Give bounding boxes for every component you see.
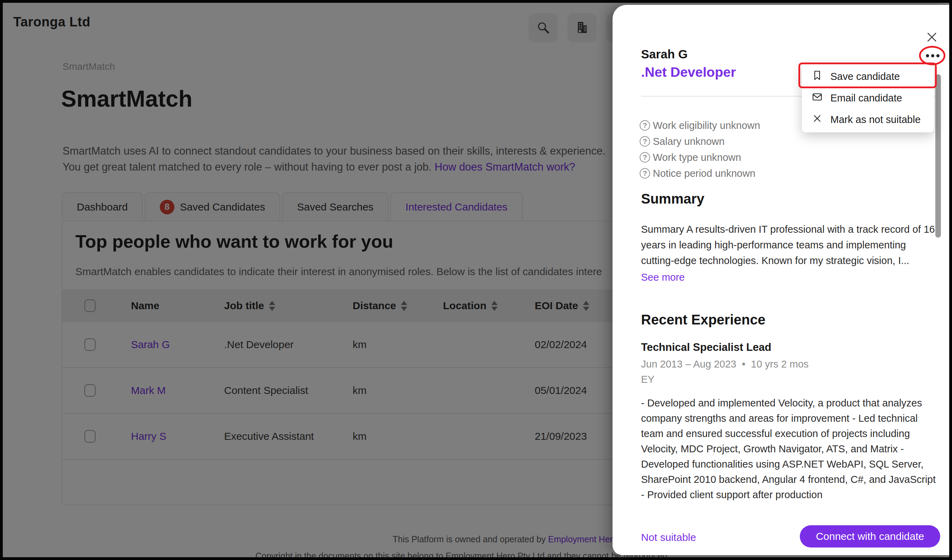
attribute-salary: ? Salary unknown bbox=[640, 133, 760, 150]
candidate-role: .Net Developer bbox=[641, 65, 736, 80]
menu-item-save-candidate[interactable]: Save candidate bbox=[802, 66, 934, 87]
attribute-work-eligibility: ? Work eligibility unknown bbox=[640, 117, 760, 133]
candidate-attributes: ? Work eligibility unknown ? Salary unkn… bbox=[640, 117, 760, 181]
question-icon: ? bbox=[640, 152, 650, 163]
experience-description: - Developed and implemented Velocity, a … bbox=[641, 395, 937, 502]
bullet-separator: • bbox=[742, 358, 745, 370]
ellipsis-icon bbox=[926, 54, 940, 57]
attribute-work-type: ? Work type unknown bbox=[640, 150, 760, 165]
x-icon bbox=[811, 113, 823, 127]
close-button[interactable] bbox=[924, 29, 940, 46]
menu-item-email-candidate[interactable]: Email candidate bbox=[802, 87, 934, 109]
experience-title: Technical Specialist Lead bbox=[641, 341, 771, 354]
summary-heading: Summary bbox=[641, 191, 704, 207]
app-window: Taronga Ltd bbox=[0, 0, 952, 560]
question-icon: ? bbox=[640, 168, 650, 179]
drawer-scrollbar[interactable] bbox=[935, 74, 941, 238]
candidate-detail-drawer: Sarah G .Net Developer ? Work eligibilit… bbox=[612, 5, 949, 555]
question-icon: ? bbox=[640, 120, 650, 131]
more-actions-button[interactable] bbox=[923, 49, 942, 63]
envelope-icon bbox=[811, 91, 823, 105]
connect-with-candidate-button[interactable]: Connect with candidate bbox=[800, 525, 940, 548]
menu-item-mark-not-suitable[interactable]: Mark as not suitable bbox=[802, 109, 934, 130]
bookmark-icon bbox=[811, 70, 823, 83]
question-icon: ? bbox=[640, 136, 650, 147]
not-suitable-link[interactable]: Not suitable bbox=[641, 532, 696, 543]
see-more-link[interactable]: See more bbox=[641, 272, 685, 283]
experience-company: EY bbox=[641, 374, 655, 385]
candidate-name: Sarah G bbox=[641, 47, 688, 61]
summary-text: Summary A results-driven IT professional… bbox=[641, 222, 937, 268]
attribute-notice-period: ? Notice period unknown bbox=[640, 165, 760, 181]
candidate-actions-menu: Save candidate Email candidate Mark as n… bbox=[802, 63, 934, 133]
close-icon bbox=[926, 39, 938, 44]
recent-experience-heading: Recent Experience bbox=[641, 312, 765, 328]
experience-dates: Jun 2013 – Aug 2023 • 10 yrs 2 mos bbox=[641, 358, 808, 370]
